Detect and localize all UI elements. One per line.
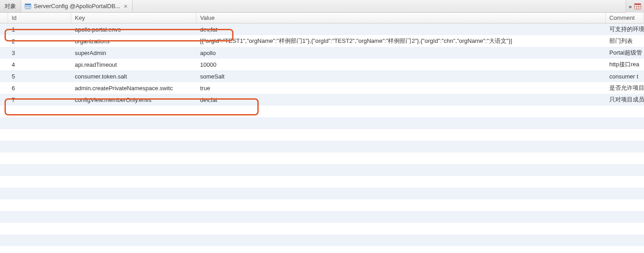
cell-value[interactable]: apollo [196, 50, 606, 56]
empty-row [0, 141, 644, 152]
tab-bar-right: » [626, 0, 644, 13]
empty-row [0, 235, 644, 246]
table-row[interactable]: 4 api.readTimeout 10000 http接口rea [0, 59, 644, 70]
empty-row [0, 152, 644, 164]
cell-id[interactable]: 6 [8, 85, 71, 92]
data-rows: 1 apollo.portal.envs dev,fat 可支持的环境 2 or… [0, 23, 644, 253]
table-row[interactable]: 2 organizations [{"orgId":"TEST1","orgNa… [0, 35, 644, 47]
header-value[interactable]: Value [196, 13, 606, 23]
cell-key[interactable]: superAdmin [71, 50, 196, 56]
cell-value[interactable]: dev,fat [196, 97, 606, 103]
cell-comment[interactable]: 是否允许项目 [606, 84, 644, 92]
gutter-header [0, 13, 8, 23]
cell-value[interactable]: dev,fat [196, 26, 606, 33]
empty-row [0, 246, 644, 253]
cell-id[interactable]: 1 [8, 26, 71, 33]
tab-active-label: ServerConfig @ApolloPortalDB... [34, 3, 120, 9]
empty-row [0, 129, 644, 141]
cell-key[interactable]: organizations [71, 38, 196, 45]
table-row[interactable]: 1 apollo.portal.envs dev,fat 可支持的环境 [0, 23, 644, 35]
header-value-label: Value [200, 14, 215, 21]
grid-icon[interactable] [634, 3, 641, 10]
empty-row [0, 211, 644, 223]
header-key-label: Key [75, 14, 85, 21]
cell-id[interactable]: 7 [8, 97, 71, 103]
more-tabs-icon[interactable]: » [629, 3, 630, 10]
empty-row [0, 199, 644, 211]
cell-key[interactable]: apollo.portal.envs [71, 26, 196, 33]
empty-row [0, 223, 644, 235]
tab-active[interactable]: ServerConfig @ApolloPortalDB... × [21, 0, 132, 12]
header-id[interactable]: Id [8, 13, 71, 23]
header-comment[interactable]: Comment [606, 13, 644, 23]
cell-comment[interactable]: consumer t [606, 73, 644, 80]
header-key[interactable]: Key [71, 13, 196, 23]
cell-key[interactable]: consumer.token.salt [71, 73, 196, 80]
table-row[interactable]: 7 configView.memberOnly.envs dev,fat 只对项… [0, 94, 644, 106]
cell-comment[interactable]: 部门列表 [606, 37, 644, 45]
table-row[interactable]: 6 admin.createPrivateNamespace.switc tru… [0, 82, 644, 94]
close-icon[interactable]: × [123, 3, 128, 10]
cell-key[interactable]: api.readTimeout [71, 61, 196, 68]
cell-comment[interactable]: 可支持的环境 [606, 25, 644, 33]
svg-rect-6 [635, 4, 641, 5]
tab-objects-label: 对象 [5, 2, 16, 10]
tab-bar: 对象 ServerConfig @ApolloPortalDB... × » [0, 0, 644, 13]
cell-comment[interactable]: Portal超级管 [606, 49, 644, 57]
cell-id[interactable]: 2 [8, 38, 71, 45]
cell-value[interactable]: someSalt [196, 73, 606, 80]
data-grid: Id Key Value Comment 1 apollo.portal.env… [0, 13, 644, 253]
tab-objects[interactable]: 对象 [0, 0, 21, 12]
cell-key[interactable]: admin.createPrivateNamespace.switc [71, 85, 196, 92]
empty-row [0, 176, 644, 188]
empty-row [0, 106, 644, 117]
cell-value[interactable]: [{"orgId":"TEST1","orgName":"样例部门1"},{"o… [196, 37, 606, 45]
cell-value[interactable]: 10000 [196, 61, 606, 68]
empty-row [0, 117, 644, 129]
cell-value[interactable]: true [196, 85, 606, 92]
table-row[interactable]: 3 superAdmin apollo Portal超级管 [0, 47, 644, 59]
cell-comment[interactable]: http接口rea [606, 60, 644, 69]
header-comment-label: Comment [609, 14, 635, 21]
cell-id[interactable]: 3 [8, 50, 71, 56]
table-icon [25, 3, 31, 9]
column-headers: Id Key Value Comment [0, 13, 644, 23]
table-row[interactable]: 5 consumer.token.salt someSalt consumer … [0, 70, 644, 82]
empty-row [0, 164, 644, 176]
svg-rect-1 [25, 4, 31, 5]
cell-comment[interactable]: 只对项目成员 [606, 96, 644, 104]
empty-row [0, 188, 644, 199]
cell-id[interactable]: 4 [8, 61, 71, 68]
cell-key[interactable]: configView.memberOnly.envs [71, 97, 196, 103]
header-id-label: Id [12, 14, 17, 21]
cell-id[interactable]: 5 [8, 73, 71, 80]
